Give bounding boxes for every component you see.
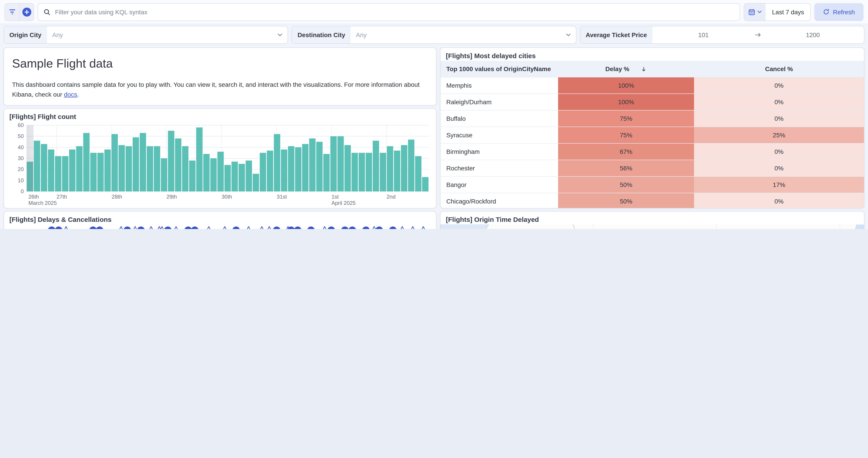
annotation-warning-icon[interactable] xyxy=(409,226,416,229)
delay-cell[interactable]: 56% xyxy=(558,160,694,176)
bar[interactable] xyxy=(373,141,379,191)
bar[interactable] xyxy=(182,146,188,191)
delay-cell[interactable]: 50% xyxy=(558,177,694,193)
bar[interactable] xyxy=(97,153,103,191)
cancel-cell[interactable]: 17% xyxy=(694,177,864,193)
ticket-price-min[interactable]: 101 xyxy=(652,31,754,38)
cancel-cell[interactable]: 0% xyxy=(694,144,864,160)
bar[interactable] xyxy=(316,142,322,191)
annotation-warning-icon[interactable] xyxy=(62,226,70,229)
bar[interactable] xyxy=(295,147,301,191)
city-cell[interactable]: Memphis xyxy=(440,78,558,93)
bar[interactable] xyxy=(288,146,294,191)
bar[interactable] xyxy=(401,145,407,191)
bar[interactable] xyxy=(147,146,153,191)
flight-count-chart[interactable]: 010203040506026thMarch 202527th28th29th3… xyxy=(9,122,432,208)
date-picker[interactable]: Last 7 days xyxy=(744,3,811,21)
bar[interactable] xyxy=(323,154,330,191)
annotation-warning-icon[interactable] xyxy=(266,226,273,229)
bar[interactable] xyxy=(239,164,245,191)
bar[interactable] xyxy=(330,136,337,191)
cancel-cell[interactable]: 0% xyxy=(694,78,864,93)
cancel-cell[interactable]: 25% xyxy=(694,127,864,143)
bar[interactable] xyxy=(415,156,421,191)
add-filter-button[interactable] xyxy=(19,3,34,20)
map-viewport[interactable]: Prince RupertSaskatoonCalgaryReginaBrand… xyxy=(440,224,864,229)
annotations[interactable]: 34!33!2!2!!!2!22!!3!!!2!222!2222!22!!! xyxy=(48,226,427,229)
bar[interactable] xyxy=(112,134,118,191)
bar[interactable] xyxy=(387,146,393,191)
column-delay[interactable]: Delay % xyxy=(605,65,629,72)
bar[interactable] xyxy=(76,146,83,191)
annotation-warning-icon[interactable] xyxy=(205,226,213,229)
destination-city-control[interactable]: Destination City Any xyxy=(292,26,577,44)
annotation-warning-icon[interactable] xyxy=(147,226,155,229)
city-cell[interactable]: Chicago/Rockford xyxy=(440,193,558,208)
delay-cell[interactable]: 100% xyxy=(558,94,694,110)
ticket-price-max[interactable]: 1200 xyxy=(762,31,864,38)
city-cell[interactable]: Birmingham xyxy=(440,144,558,160)
bar[interactable] xyxy=(196,127,203,191)
annotation-warning-icon[interactable] xyxy=(117,226,125,229)
bar[interactable] xyxy=(126,146,132,191)
bar[interactable] xyxy=(281,150,287,191)
delay-cell[interactable]: 100% xyxy=(558,78,694,93)
delay-cell[interactable]: 67% xyxy=(558,144,694,160)
bar[interactable] xyxy=(210,158,217,191)
bar[interactable] xyxy=(34,141,40,191)
bar[interactable] xyxy=(168,131,174,191)
ticket-price-control[interactable]: Average Ticket Price 101 1200 xyxy=(580,26,864,44)
bar[interactable] xyxy=(253,174,259,191)
bar[interactable] xyxy=(154,146,160,191)
bar[interactable] xyxy=(161,158,167,191)
bar[interactable] xyxy=(260,153,266,191)
bar[interactable] xyxy=(408,140,414,191)
annotation-warning-icon[interactable] xyxy=(321,226,329,229)
bar[interactable] xyxy=(119,145,125,191)
bar[interactable] xyxy=(351,153,358,191)
delays-chart[interactable]: 0.00%10.00%20.00%30.00%40.00%50.00%34!33… xyxy=(9,224,432,229)
delay-cell[interactable]: 50% xyxy=(558,193,694,208)
bar[interactable] xyxy=(337,136,344,191)
bar[interactable] xyxy=(83,133,89,191)
date-range-label[interactable]: Last 7 days xyxy=(766,3,810,20)
bar[interactable] xyxy=(203,154,210,191)
delay-cell[interactable]: 75% xyxy=(558,127,694,143)
bar[interactable] xyxy=(359,153,365,191)
saved-query-menu-button[interactable] xyxy=(5,3,19,20)
bar[interactable] xyxy=(302,144,308,191)
origin-city-control[interactable]: Origin City Any xyxy=(4,26,288,44)
column-cancel[interactable]: Cancel % xyxy=(694,65,864,72)
kql-search-input[interactable] xyxy=(54,8,735,16)
bar[interactable] xyxy=(274,134,280,191)
annotation-warning-icon[interactable] xyxy=(398,226,406,229)
bar[interactable] xyxy=(175,139,181,191)
docs-link[interactable]: docs xyxy=(64,91,77,98)
bar[interactable] xyxy=(48,150,54,191)
bar[interactable] xyxy=(366,153,372,191)
bar[interactable] xyxy=(55,156,61,191)
bar-series[interactable] xyxy=(27,127,429,191)
cancel-cell[interactable]: 0% xyxy=(694,94,864,110)
bar[interactable] xyxy=(90,153,97,191)
refresh-button[interactable]: Refresh xyxy=(814,3,864,21)
city-cell[interactable]: Bangor xyxy=(440,177,558,193)
city-cell[interactable]: Rochester xyxy=(440,160,558,176)
bar[interactable] xyxy=(380,153,386,191)
bar[interactable] xyxy=(345,145,351,191)
annotation-warning-icon[interactable] xyxy=(245,226,252,229)
bar[interactable] xyxy=(309,139,315,191)
arrow-down-icon[interactable] xyxy=(641,66,647,72)
bar[interactable] xyxy=(104,150,111,191)
bar[interactable] xyxy=(217,152,224,191)
bar[interactable] xyxy=(267,151,273,191)
bar[interactable] xyxy=(231,162,238,191)
annotation-warning-icon[interactable] xyxy=(420,226,427,229)
annotation-warning-icon[interactable] xyxy=(258,226,266,229)
bar[interactable] xyxy=(189,160,195,191)
bar[interactable] xyxy=(422,177,428,191)
city-cell[interactable]: Buffalo xyxy=(440,111,558,127)
city-cell[interactable]: Syracuse xyxy=(440,127,558,143)
delay-cell[interactable]: 75% xyxy=(558,111,694,127)
cancel-cell[interactable]: 0% xyxy=(694,193,864,208)
